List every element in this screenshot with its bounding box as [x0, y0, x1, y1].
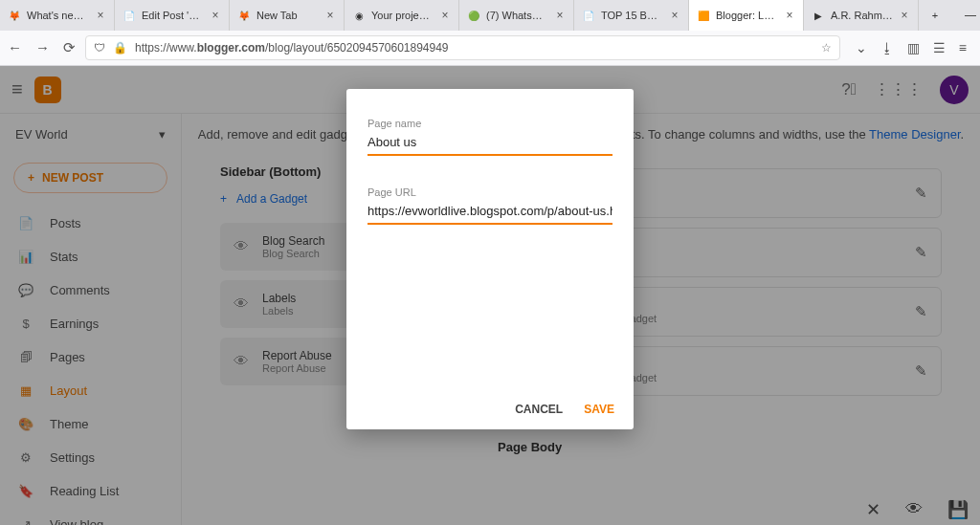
tab-close-icon[interactable]: ×: [669, 9, 680, 22]
tab-close-icon[interactable]: ×: [324, 9, 336, 22]
tab-close-icon[interactable]: ×: [439, 9, 451, 22]
browser-chrome: 🦊What's new with Fire×📄Edit Post 'फ्री ब…: [0, 0, 980, 66]
library-icon[interactable]: ▥: [907, 40, 920, 55]
tab-close-icon[interactable]: ×: [210, 9, 221, 22]
tab-title: Your projects - Canv: [371, 10, 434, 21]
save-button[interactable]: SAVE: [584, 403, 614, 416]
window-minimize[interactable]: —: [951, 0, 980, 31]
tab-favicon: 🦊: [8, 9, 21, 22]
nav-buttons: ← → ⟳: [8, 39, 76, 56]
tab-favicon: ◉: [352, 9, 366, 22]
cancel-button[interactable]: CANCEL: [515, 403, 563, 416]
tab-title: New Tab: [256, 10, 319, 21]
browser-tab[interactable]: 🦊New Tab×: [230, 0, 345, 31]
tab-title: TOP 15 Business ide: [601, 10, 663, 21]
page-url-label: Page URL: [368, 186, 612, 198]
tab-favicon: 📄: [122, 9, 136, 22]
tab-title: Blogger: Layout: [716, 10, 778, 21]
tab-title: Edit Post 'फ्री ब्लॉगिंग: [142, 10, 204, 22]
pocket-icon[interactable]: ⌄: [856, 40, 867, 55]
browser-tab[interactable]: ◉Your projects - Canv×: [345, 0, 459, 31]
browser-tab[interactable]: 📄Edit Post 'फ्री ब्लॉगिंग×: [115, 0, 230, 31]
tab-favicon: 🟢: [467, 9, 480, 22]
tab-title: A.R. Rahman - Hosa: [831, 10, 893, 21]
app-root: ≡ B ?⃝ ⋮⋮⋮ V EV World ▾ + NEW POST 📄Post…: [0, 66, 980, 525]
shield-icon: 🛡: [94, 41, 105, 55]
menu-icon[interactable]: ≡: [959, 40, 967, 55]
page-name-label: Page name: [368, 118, 612, 129]
tab-close-icon[interactable]: ×: [899, 9, 910, 22]
bookmark-star-icon[interactable]: ☆: [821, 41, 832, 55]
tab-title: What's new with Fire: [27, 10, 89, 21]
page-url-input[interactable]: [368, 198, 612, 225]
window-controls: — ▢ ✕: [951, 0, 980, 31]
browser-tab[interactable]: ▶A.R. Rahman - Hosa×: [804, 0, 919, 31]
new-tab-button[interactable]: +: [919, 0, 951, 31]
lock-icon: 🔒: [113, 41, 127, 55]
browser-tab[interactable]: 🦊What's new with Fire×: [0, 0, 115, 31]
tab-title: (7) WhatsApp: [486, 10, 548, 21]
tab-close-icon[interactable]: ×: [784, 9, 795, 22]
tab-favicon: ▶: [812, 9, 825, 22]
forward-icon[interactable]: →: [35, 39, 50, 56]
tab-bar: 🦊What's new with Fire×📄Edit Post 'फ्री ब…: [0, 0, 980, 31]
url-text: https://www.blogger.com/blog/layout/6502…: [135, 41, 813, 55]
browser-tab[interactable]: 🟢(7) WhatsApp×: [459, 0, 574, 31]
dialog-buttons: CANCEL SAVE: [346, 391, 634, 429]
reload-icon[interactable]: ⟳: [63, 39, 76, 56]
browser-tab[interactable]: 📄TOP 15 Business ide×: [574, 0, 689, 31]
tab-favicon: 🦊: [237, 9, 251, 22]
downloads-icon[interactable]: ⭳: [880, 40, 894, 55]
back-icon[interactable]: ←: [8, 39, 22, 56]
url-box[interactable]: 🛡 🔒 https://www.blogger.com/blog/layout/…: [85, 35, 840, 60]
tab-favicon: 🟧: [697, 9, 710, 22]
tab-favicon: 📄: [582, 9, 595, 22]
sidebar-icon[interactable]: ☰: [933, 40, 946, 55]
page-name-input[interactable]: [368, 129, 612, 156]
tab-close-icon[interactable]: ×: [554, 9, 566, 22]
tab-close-icon[interactable]: ×: [95, 9, 106, 22]
address-bar: ← → ⟳ 🛡 🔒 https://www.blogger.com/blog/l…: [0, 31, 980, 65]
configure-link-dialog: Page name Page URL CANCEL SAVE: [346, 89, 634, 429]
dialog-scroll[interactable]: Page name Page URL: [346, 89, 634, 391]
toolbar-right-icons: ⌄ ⭳ ▥ ☰ ≡: [850, 40, 972, 55]
browser-tab[interactable]: 🟧Blogger: Layout×: [689, 0, 804, 31]
